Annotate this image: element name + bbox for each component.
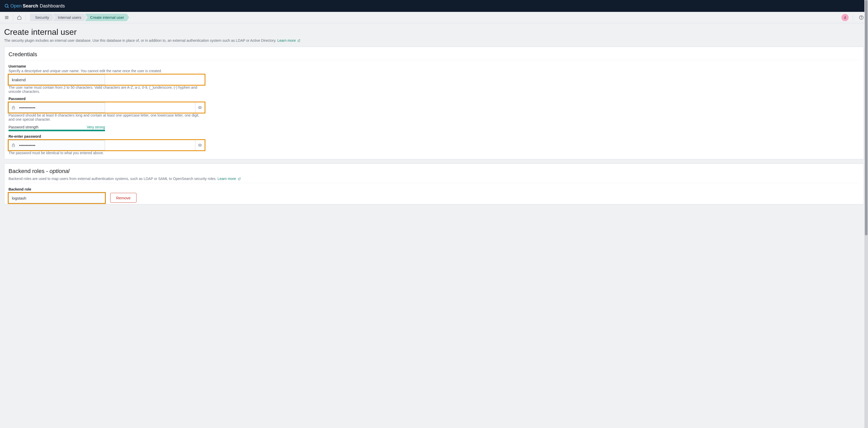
home-icon — [17, 15, 22, 20]
backend-learn-more-link[interactable]: Learn more — [218, 176, 241, 181]
strength-label: Password strength — [8, 125, 38, 129]
username-help: The user name must contain from 2 to 50 … — [8, 85, 205, 94]
backend-roles-title: Backend roles - optional — [8, 168, 860, 174]
backend-desc-text: Backend roles are used to map users from… — [8, 176, 218, 181]
scrollbar-thumb[interactable] — [865, 0, 867, 213]
remove-role-button[interactable]: Remove — [110, 193, 136, 203]
username-input[interactable] — [8, 74, 105, 85]
svg-point-5 — [861, 18, 862, 19]
page-desc-text: The security plugin includes an internal… — [4, 38, 277, 42]
password-strength-bar — [8, 130, 105, 131]
strength-value: Very strong — [87, 125, 105, 129]
nav-bar: Security Internal users Create internal … — [0, 12, 868, 23]
page-description: The security plugin includes an internal… — [4, 38, 864, 42]
username-hint: Specify a descriptive and unique user na… — [8, 69, 205, 73]
nav-divider — [13, 14, 13, 21]
breadcrumb-internal-users[interactable]: Internal users — [53, 14, 87, 21]
password-input[interactable] — [8, 102, 105, 113]
lock-icon — [9, 140, 18, 150]
eye-icon — [198, 105, 202, 109]
eye-icon — [198, 143, 202, 147]
reenter-row: Re-enter password The password must be i… — [8, 134, 205, 155]
backend-title-suffix: - optional — [46, 168, 70, 174]
reenter-help: The password must be identical to what y… — [8, 151, 205, 155]
svg-point-7 — [199, 107, 200, 108]
svg-rect-8 — [12, 145, 14, 147]
nav-divider — [853, 14, 853, 21]
svg-point-9 — [199, 145, 200, 146]
breadcrumb-security[interactable]: Security — [30, 14, 54, 21]
external-link-icon — [238, 177, 241, 180]
opensearch-icon — [4, 3, 9, 8]
learn-more-link[interactable]: Learn more — [277, 38, 300, 42]
panel-divider — [8, 183, 860, 183]
password-strength-row: Password strength Very strong — [8, 125, 105, 129]
backend-roles-desc: Backend roles are used to map users from… — [8, 176, 860, 181]
brand-open: Open — [10, 3, 22, 9]
brand-dash: Dashboards — [40, 3, 65, 9]
backend-title-prefix: Backend roles — [8, 168, 46, 174]
credentials-panel: Credentials Username Specify a descripti… — [4, 47, 864, 159]
backend-role-row: Remove — [8, 193, 860, 203]
brand-logo[interactable]: OpenSearch Dashboards — [4, 3, 65, 9]
show-password-button[interactable] — [195, 102, 204, 113]
svg-rect-6 — [12, 107, 14, 109]
scrollbar-track[interactable] — [864, 0, 868, 213]
page-title: Create internal user — [4, 27, 864, 37]
learn-more-text: Learn more — [277, 38, 296, 42]
backend-role-label: Backend role — [8, 187, 860, 191]
breadcrumb: Security Internal users Create internal … — [30, 14, 129, 21]
reenter-label: Re-enter password — [8, 134, 205, 138]
reenter-input-wrap — [8, 140, 205, 150]
external-link-icon — [297, 39, 300, 42]
password-help: Password should be at least 8 characters… — [8, 113, 205, 122]
breadcrumb-create-user[interactable]: Create internal user — [85, 14, 129, 21]
username-row: Username Specify a descriptive and uniqu… — [8, 64, 205, 94]
help-icon — [859, 15, 864, 20]
reenter-password-input[interactable] — [8, 140, 105, 150]
backend-roles-panel: Backend roles - optional Backend roles a… — [4, 163, 864, 204]
backend-learn-more-text: Learn more — [218, 176, 236, 181]
lock-icon — [9, 102, 18, 113]
password-input-wrap — [8, 102, 205, 113]
svg-point-0 — [5, 4, 8, 7]
backend-role-input-wrap — [8, 193, 105, 203]
page-content: Create internal user The security plugin… — [0, 23, 868, 213]
nav-divider — [26, 14, 26, 21]
show-reenter-password-button[interactable] — [195, 140, 204, 150]
avatar[interactable]: d — [841, 14, 849, 21]
menu-icon — [4, 15, 9, 20]
backend-role-input[interactable] — [8, 193, 105, 203]
password-label: Password — [8, 97, 205, 101]
credentials-title: Credentials — [8, 51, 860, 58]
username-label: Username — [8, 64, 205, 68]
home-button[interactable] — [15, 13, 24, 22]
top-bar: OpenSearch Dashboards — [0, 0, 868, 12]
menu-toggle-button[interactable] — [3, 13, 11, 22]
username-input-wrap — [8, 74, 205, 85]
password-row: Password Password should be at least 8 c… — [8, 97, 205, 131]
brand-search: Search — [23, 3, 38, 9]
